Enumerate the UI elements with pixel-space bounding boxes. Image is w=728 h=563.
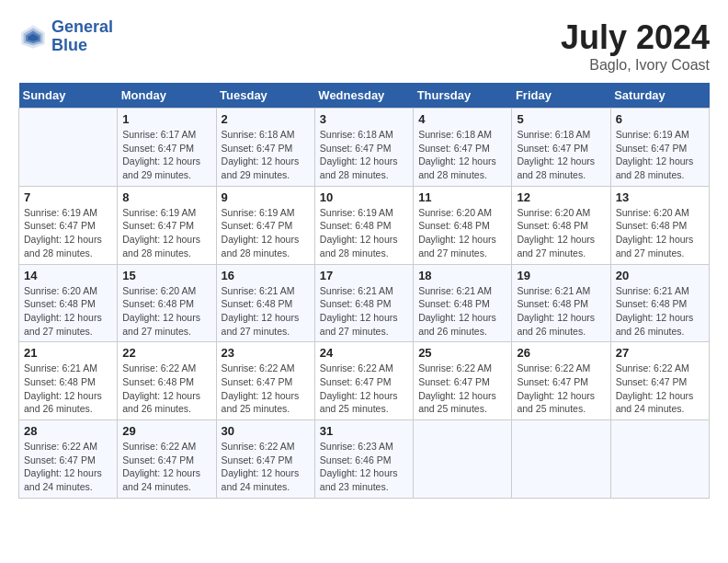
day-number: 4 <box>418 112 506 126</box>
day-cell: 31Sunrise: 6:23 AM Sunset: 6:46 PM Dayli… <box>314 420 413 499</box>
day-number: 30 <box>222 424 310 438</box>
logo-line2: Blue <box>51 37 113 55</box>
day-number: 19 <box>517 269 605 282</box>
day-info: Sunrise: 6:17 AM Sunset: 6:47 PM Dayligh… <box>122 128 210 182</box>
weekday-header-thursday: Thursday <box>414 83 512 109</box>
day-cell: 25Sunrise: 6:22 AM Sunset: 6:47 PM Dayli… <box>414 342 512 420</box>
weekday-header-row: SundayMondayTuesdayWednesdayThursdayFrid… <box>19 83 710 109</box>
title-block: July 2024 Baglo, Ivory Coast <box>561 18 710 74</box>
day-number: 16 <box>222 269 310 282</box>
day-number: 11 <box>418 190 506 204</box>
day-cell: 10Sunrise: 6:19 AM Sunset: 6:48 PM Dayli… <box>314 186 413 264</box>
day-info: Sunrise: 6:18 AM Sunset: 6:47 PM Dayligh… <box>418 128 506 182</box>
day-number: 17 <box>320 269 408 282</box>
day-cell: 30Sunrise: 6:22 AM Sunset: 6:47 PM Dayli… <box>216 420 314 499</box>
day-cell: 12Sunrise: 6:20 AM Sunset: 6:48 PM Dayli… <box>512 186 610 264</box>
day-number: 10 <box>320 190 408 204</box>
day-cell: 18Sunrise: 6:21 AM Sunset: 6:48 PM Dayli… <box>414 264 512 342</box>
day-info: Sunrise: 6:20 AM Sunset: 6:48 PM Dayligh… <box>616 206 704 260</box>
day-cell: 15Sunrise: 6:20 AM Sunset: 6:48 PM Dayli… <box>118 264 216 342</box>
day-number: 7 <box>24 190 112 204</box>
day-number: 1 <box>122 112 210 126</box>
day-number: 28 <box>24 424 112 438</box>
day-number: 6 <box>616 112 704 126</box>
day-info: Sunrise: 6:21 AM Sunset: 6:48 PM Dayligh… <box>517 284 605 339</box>
day-number: 27 <box>616 346 704 360</box>
day-number: 13 <box>616 190 704 204</box>
day-info: Sunrise: 6:22 AM Sunset: 6:47 PM Dayligh… <box>517 362 605 416</box>
day-number: 5 <box>517 112 605 126</box>
day-info: Sunrise: 6:20 AM Sunset: 6:48 PM Dayligh… <box>517 206 605 260</box>
day-cell: 8Sunrise: 6:19 AM Sunset: 6:47 PM Daylig… <box>118 186 216 264</box>
day-number: 22 <box>122 346 210 360</box>
weekday-header-friday: Friday <box>512 83 610 109</box>
day-info: Sunrise: 6:20 AM Sunset: 6:48 PM Dayligh… <box>418 206 506 260</box>
day-info: Sunrise: 6:19 AM Sunset: 6:48 PM Dayligh… <box>320 206 408 260</box>
logo-text: General Blue <box>51 18 113 55</box>
day-info: Sunrise: 6:19 AM Sunset: 6:47 PM Dayligh… <box>24 206 112 260</box>
day-cell <box>610 420 709 499</box>
day-info: Sunrise: 6:22 AM Sunset: 6:47 PM Dayligh… <box>222 362 310 416</box>
calendar-table: SundayMondayTuesdayWednesdayThursdayFrid… <box>18 83 710 499</box>
day-cell: 9Sunrise: 6:19 AM Sunset: 6:47 PM Daylig… <box>216 186 314 264</box>
month-title: July 2024 <box>561 18 710 57</box>
day-info: Sunrise: 6:22 AM Sunset: 6:47 PM Dayligh… <box>122 440 210 494</box>
day-info: Sunrise: 6:20 AM Sunset: 6:48 PM Dayligh… <box>24 284 112 339</box>
week-row-5: 28Sunrise: 6:22 AM Sunset: 6:47 PM Dayli… <box>19 420 710 499</box>
weekday-header-sunday: Sunday <box>19 83 118 109</box>
day-cell: 28Sunrise: 6:22 AM Sunset: 6:47 PM Dayli… <box>19 420 118 499</box>
weekday-header-wednesday: Wednesday <box>314 83 413 109</box>
week-row-3: 14Sunrise: 6:20 AM Sunset: 6:48 PM Dayli… <box>19 264 710 342</box>
day-cell: 1Sunrise: 6:17 AM Sunset: 6:47 PM Daylig… <box>118 109 216 187</box>
day-cell: 3Sunrise: 6:18 AM Sunset: 6:47 PM Daylig… <box>314 109 413 187</box>
day-cell: 7Sunrise: 6:19 AM Sunset: 6:47 PM Daylig… <box>19 186 118 264</box>
day-info: Sunrise: 6:21 AM Sunset: 6:48 PM Dayligh… <box>24 362 112 416</box>
day-number: 9 <box>222 190 310 204</box>
week-row-1: 1Sunrise: 6:17 AM Sunset: 6:47 PM Daylig… <box>19 109 710 187</box>
day-info: Sunrise: 6:18 AM Sunset: 6:47 PM Dayligh… <box>320 128 408 182</box>
day-cell: 11Sunrise: 6:20 AM Sunset: 6:48 PM Dayli… <box>414 186 512 264</box>
day-cell: 13Sunrise: 6:20 AM Sunset: 6:48 PM Dayli… <box>610 186 709 264</box>
day-number: 18 <box>418 269 506 282</box>
day-cell: 5Sunrise: 6:18 AM Sunset: 6:47 PM Daylig… <box>512 109 610 187</box>
location-subtitle: Baglo, Ivory Coast <box>561 57 710 74</box>
day-number: 15 <box>122 269 210 282</box>
day-number: 29 <box>122 424 210 438</box>
day-number: 23 <box>222 346 310 360</box>
day-info: Sunrise: 6:22 AM Sunset: 6:47 PM Dayligh… <box>616 362 704 416</box>
day-cell: 6Sunrise: 6:19 AM Sunset: 6:47 PM Daylig… <box>610 109 709 187</box>
day-info: Sunrise: 6:22 AM Sunset: 6:47 PM Dayligh… <box>222 440 310 494</box>
day-number: 3 <box>320 112 408 126</box>
day-cell: 27Sunrise: 6:22 AM Sunset: 6:47 PM Dayli… <box>610 342 709 420</box>
day-cell: 22Sunrise: 6:22 AM Sunset: 6:48 PM Dayli… <box>118 342 216 420</box>
logo: General Blue <box>18 18 113 55</box>
day-cell: 14Sunrise: 6:20 AM Sunset: 6:48 PM Dayli… <box>19 264 118 342</box>
day-number: 12 <box>517 190 605 204</box>
day-cell <box>512 420 610 499</box>
day-cell: 4Sunrise: 6:18 AM Sunset: 6:47 PM Daylig… <box>414 109 512 187</box>
day-number: 31 <box>320 424 408 438</box>
week-row-4: 21Sunrise: 6:21 AM Sunset: 6:48 PM Dayli… <box>19 342 710 420</box>
weekday-header-monday: Monday <box>118 83 216 109</box>
day-info: Sunrise: 6:22 AM Sunset: 6:47 PM Dayligh… <box>24 440 112 494</box>
day-info: Sunrise: 6:21 AM Sunset: 6:48 PM Dayligh… <box>418 284 506 339</box>
day-cell: 2Sunrise: 6:18 AM Sunset: 6:47 PM Daylig… <box>216 109 314 187</box>
day-cell: 16Sunrise: 6:21 AM Sunset: 6:48 PM Dayli… <box>216 264 314 342</box>
day-info: Sunrise: 6:18 AM Sunset: 6:47 PM Dayligh… <box>517 128 605 182</box>
day-cell: 19Sunrise: 6:21 AM Sunset: 6:48 PM Dayli… <box>512 264 610 342</box>
day-info: Sunrise: 6:21 AM Sunset: 6:48 PM Dayligh… <box>320 284 408 339</box>
day-cell: 23Sunrise: 6:22 AM Sunset: 6:47 PM Dayli… <box>216 342 314 420</box>
day-number: 20 <box>616 269 704 282</box>
day-cell: 21Sunrise: 6:21 AM Sunset: 6:48 PM Dayli… <box>19 342 118 420</box>
day-cell: 26Sunrise: 6:22 AM Sunset: 6:47 PM Dayli… <box>512 342 610 420</box>
day-info: Sunrise: 6:22 AM Sunset: 6:47 PM Dayligh… <box>418 362 506 416</box>
day-cell: 17Sunrise: 6:21 AM Sunset: 6:48 PM Dayli… <box>314 264 413 342</box>
day-cell <box>19 109 118 187</box>
logo-icon <box>18 22 48 52</box>
day-info: Sunrise: 6:18 AM Sunset: 6:47 PM Dayligh… <box>222 128 310 182</box>
day-info: Sunrise: 6:20 AM Sunset: 6:48 PM Dayligh… <box>122 284 210 339</box>
day-info: Sunrise: 6:21 AM Sunset: 6:48 PM Dayligh… <box>616 284 704 339</box>
day-info: Sunrise: 6:22 AM Sunset: 6:47 PM Dayligh… <box>320 362 408 416</box>
day-info: Sunrise: 6:21 AM Sunset: 6:48 PM Dayligh… <box>222 284 310 339</box>
day-cell <box>414 420 512 499</box>
